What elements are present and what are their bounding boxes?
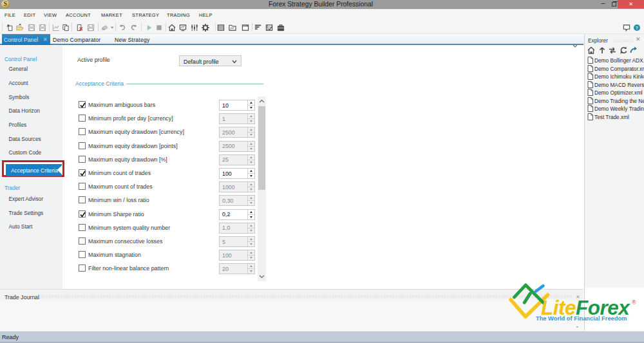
svg-text:?: ?: [636, 25, 639, 31]
svg-text:The World of Financial Freedom: The World of Financial Freedom: [536, 315, 627, 322]
svg-text:®: ®: [632, 299, 636, 306]
